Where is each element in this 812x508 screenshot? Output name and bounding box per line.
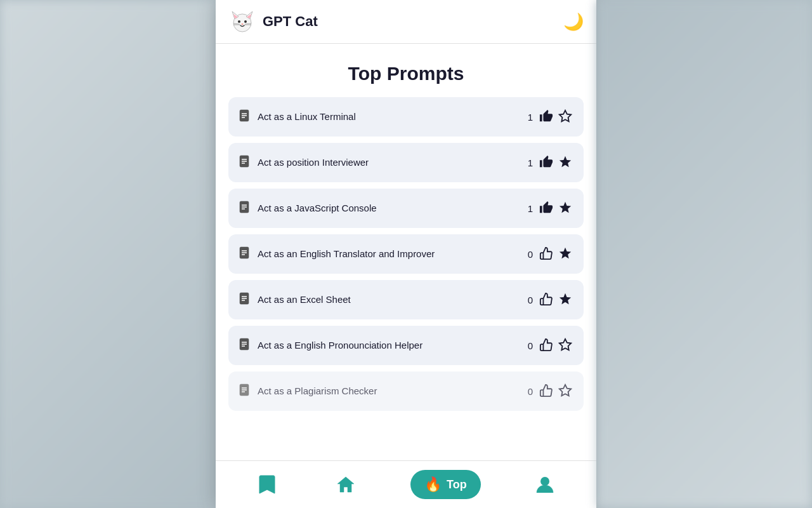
like-count: 1: [528, 112, 533, 123]
star-button[interactable]: [557, 245, 573, 264]
bg-left: [0, 0, 216, 508]
doc-icon: [239, 155, 250, 171]
home-nav-button[interactable]: [331, 470, 360, 499]
like-button[interactable]: [538, 108, 554, 126]
like-button[interactable]: [538, 199, 554, 218]
header: GPT Cat 🌙: [216, 0, 596, 44]
prompt-actions: 1: [528, 108, 573, 126]
prompt-list: Act as a Linux Terminal1 Act as position…: [228, 97, 584, 411]
app-title: GPT Cat: [263, 13, 318, 30]
bottom-nav: 🔥 Top: [216, 460, 596, 508]
doc-icon: [239, 384, 250, 399]
bookmark-nav-button[interactable]: [253, 469, 281, 500]
top-nav-label: Top: [447, 478, 467, 491]
prompt-actions: 0: [528, 291, 573, 309]
prompt-item[interactable]: Act as a JavaScript Console1: [228, 189, 584, 228]
star-button[interactable]: [557, 382, 573, 401]
top-nav-button[interactable]: 🔥 Top: [410, 470, 481, 499]
prompt-text: Act as an English Translator and Improve…: [258, 248, 521, 260]
like-button[interactable]: [538, 337, 554, 355]
prompt-text: Act as an Excel Sheet: [258, 293, 521, 306]
prompt-text: Act as position Interviewer: [258, 156, 521, 169]
doc-icon: [239, 246, 250, 262]
svg-point-7: [242, 23, 244, 25]
svg-point-6: [244, 20, 247, 23]
page-title: Top Prompts: [228, 63, 584, 84]
main-content: Top Prompts Act as a Linux Terminal1 Act…: [216, 44, 596, 460]
prompt-actions: 0: [528, 337, 573, 355]
like-button[interactable]: [538, 245, 554, 264]
prompt-text: Act as a Plagiarism Checker: [258, 385, 521, 398]
prompt-text: Act as a English Pronounciation Helper: [258, 339, 521, 352]
like-button[interactable]: [538, 154, 554, 172]
like-count: 0: [528, 340, 533, 351]
prompt-item[interactable]: Act as a Linux Terminal1: [228, 97, 584, 137]
prompt-item[interactable]: Act as a Plagiarism Checker0: [228, 371, 584, 411]
prompt-actions: 1: [528, 154, 573, 172]
prompt-actions: 0: [528, 245, 573, 264]
svg-point-40: [540, 477, 549, 486]
star-button[interactable]: [557, 291, 573, 309]
prompt-item[interactable]: Act as a English Pronounciation Helper0: [228, 326, 584, 365]
doc-icon: [239, 292, 250, 308]
doc-icon: [239, 201, 250, 217]
prompt-actions: 0: [528, 382, 573, 401]
like-count: 0: [528, 386, 533, 397]
prompt-text: Act as a Linux Terminal: [258, 110, 521, 123]
prompt-actions: 1: [528, 199, 573, 218]
prompt-item[interactable]: Act as an Excel Sheet0: [228, 280, 584, 319]
star-button[interactable]: [557, 108, 573, 126]
like-count: 0: [528, 295, 533, 305]
like-count: 1: [528, 157, 533, 168]
star-button[interactable]: [557, 154, 573, 172]
dark-mode-button[interactable]: 🌙: [563, 12, 584, 32]
bg-right: [596, 0, 812, 508]
like-button[interactable]: [538, 291, 554, 309]
prompt-item[interactable]: Act as an English Translator and Improve…: [228, 234, 584, 274]
like-count: 0: [528, 249, 533, 260]
app-container: GPT Cat 🌙 Top Prompts Act as a Linux Ter…: [216, 0, 596, 508]
doc-icon: [239, 338, 250, 354]
prompt-item[interactable]: Act as position Interviewer1: [228, 143, 584, 182]
star-button[interactable]: [557, 199, 573, 218]
profile-nav-button[interactable]: [531, 470, 559, 499]
header-left: GPT Cat: [228, 8, 318, 36]
fire-icon: 🔥: [424, 476, 442, 493]
star-button[interactable]: [557, 337, 573, 355]
cat-logo: [228, 8, 256, 36]
doc-icon: [239, 109, 250, 125]
svg-point-5: [238, 20, 240, 23]
like-count: 1: [528, 203, 533, 214]
prompt-text: Act as a JavaScript Console: [258, 202, 521, 215]
like-button[interactable]: [538, 382, 554, 401]
